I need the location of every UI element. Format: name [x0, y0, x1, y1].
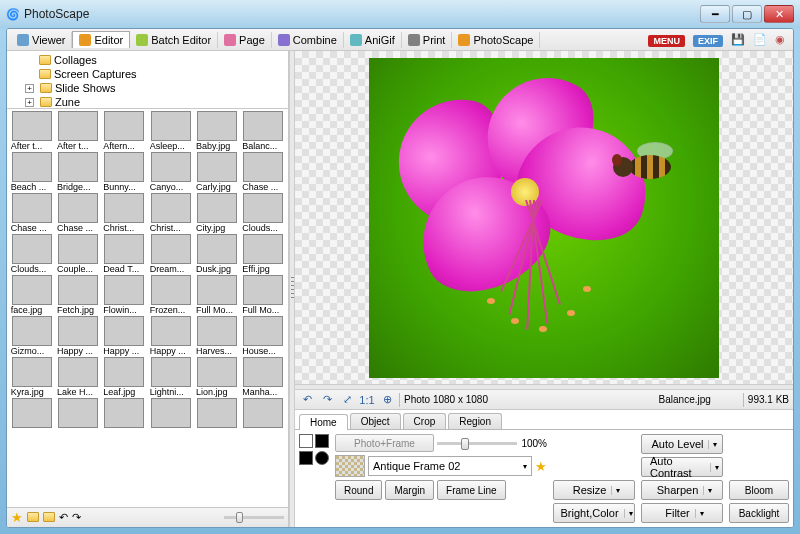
tree-node[interactable]: Screen Captures: [11, 67, 284, 81]
tree-node[interactable]: +Zune: [11, 95, 284, 109]
thumbnail[interactable]: Dead T...: [102, 234, 147, 274]
favorite-icon[interactable]: ★: [11, 510, 23, 525]
tab-page[interactable]: Page: [218, 32, 272, 48]
thumbnail[interactable]: Chase ...: [55, 193, 100, 233]
thumbnail[interactable]: Chase ...: [9, 193, 54, 233]
thumbnail[interactable]: Happy ...: [55, 316, 100, 356]
thumbnail[interactable]: [55, 398, 100, 428]
minimize-button[interactable]: ━: [700, 5, 730, 23]
help-icon[interactable]: ◉: [771, 31, 789, 48]
thumbnail[interactable]: Baby.jpg: [194, 111, 239, 151]
auto-contrast-button[interactable]: Auto Contrast▾: [641, 457, 723, 477]
thumbnail[interactable]: [148, 398, 193, 428]
nav-back-icon[interactable]: ↶: [59, 511, 68, 524]
backlight-button[interactable]: Backlight: [729, 503, 789, 523]
thumbnail[interactable]: [241, 398, 286, 428]
thumbnail[interactable]: Dusk.jpg: [194, 234, 239, 274]
thumbnail[interactable]: [9, 398, 54, 428]
tab-batch-editor[interactable]: Batch Editor: [130, 32, 218, 48]
thumbnail[interactable]: Manha...: [241, 357, 286, 397]
bright-color-button[interactable]: Bright,Color▾: [553, 503, 635, 523]
fit-icon[interactable]: ⤢: [339, 392, 355, 408]
thumbnail[interactable]: Bridge...: [55, 152, 100, 192]
swatch-black[interactable]: [315, 434, 329, 448]
thumbnail[interactable]: Clouds...: [241, 193, 286, 233]
folder-tree[interactable]: CollagesScreen Captures+Slide Shows+Zune: [7, 51, 288, 109]
exif-button[interactable]: EXIF: [689, 32, 727, 48]
thumbnail[interactable]: Full Mo...: [194, 275, 239, 315]
thumbnail[interactable]: Leaf.jpg: [102, 357, 147, 397]
thumbnail[interactable]: Beach ...: [9, 152, 54, 192]
thumbnail[interactable]: Balanc...: [241, 111, 286, 151]
folder-up-icon[interactable]: [27, 512, 39, 524]
thumbnail[interactable]: Lion.jpg: [194, 357, 239, 397]
thumbnail[interactable]: City.jpg: [194, 193, 239, 233]
zoom-slider[interactable]: 100%: [437, 438, 547, 449]
thumbnail[interactable]: Lake H...: [55, 357, 100, 397]
brush-square-icon[interactable]: [299, 451, 313, 465]
save-icon[interactable]: 💾: [727, 31, 749, 48]
tab-editor[interactable]: Editor: [72, 31, 130, 48]
thumbnail[interactable]: After t...: [55, 111, 100, 151]
expander-icon[interactable]: +: [25, 98, 34, 107]
tab-viewer[interactable]: Viewer: [11, 32, 72, 48]
thumbnail[interactable]: Bunny...: [102, 152, 147, 192]
thumbnail[interactable]: Full Mo...: [241, 275, 286, 315]
actual-size-icon[interactable]: 1:1: [359, 392, 375, 408]
margin-button[interactable]: Margin: [385, 480, 434, 500]
tab-print[interactable]: Print: [402, 32, 453, 48]
thumbnail[interactable]: After t...: [9, 111, 54, 151]
thumbnail[interactable]: Clouds...: [9, 234, 54, 274]
thumb-size-slider[interactable]: [224, 516, 284, 519]
edit-tab-crop[interactable]: Crop: [403, 413, 447, 429]
menu-button[interactable]: MENU: [644, 32, 689, 48]
bloom-button[interactable]: Bloom: [729, 480, 789, 500]
thumbnail[interactable]: Fetch.jpg: [55, 275, 100, 315]
close-button[interactable]: ✕: [764, 5, 794, 23]
undo-icon[interactable]: ↶: [299, 392, 315, 408]
tab-photoscape[interactable]: PhotoScape: [452, 32, 540, 48]
thumbnail[interactable]: Happy ...: [102, 316, 147, 356]
canvas[interactable]: [295, 51, 793, 384]
thumbnail[interactable]: Canyo...: [148, 152, 193, 192]
edit-tab-home[interactable]: Home: [299, 414, 348, 430]
thumbnail[interactable]: Christ...: [148, 193, 193, 233]
thumbnail[interactable]: Chase ...: [241, 152, 286, 192]
filter-button[interactable]: Filter▾: [641, 503, 723, 523]
thumbnail[interactable]: [194, 398, 239, 428]
settings-icon[interactable]: 📄: [749, 31, 771, 48]
thumbnail[interactable]: Christ...: [102, 193, 147, 233]
thumbnail[interactable]: Frozen...: [148, 275, 193, 315]
thumbnail[interactable]: Couple...: [55, 234, 100, 274]
thumbnail[interactable]: face.jpg: [9, 275, 54, 315]
thumbnail[interactable]: Aftern...: [102, 111, 147, 151]
thumbnail[interactable]: Carly.jpg: [194, 152, 239, 192]
thumbnail-browser[interactable]: After t...After t...Aftern...Asleep...Ba…: [7, 109, 288, 507]
edit-tab-region[interactable]: Region: [448, 413, 502, 429]
photo-frame-button[interactable]: Photo+Frame: [335, 434, 434, 452]
thumbnail[interactable]: Kyra.jpg: [9, 357, 54, 397]
thumbnail[interactable]: [102, 398, 147, 428]
frame-favorite-icon[interactable]: ★: [535, 459, 547, 474]
maximize-button[interactable]: ▢: [732, 5, 762, 23]
thumbnail[interactable]: Effi.jpg: [241, 234, 286, 274]
swatch-white[interactable]: [299, 434, 313, 448]
resize-button[interactable]: Resize▾: [553, 480, 635, 500]
sharpen-button[interactable]: Sharpen▾: [641, 480, 723, 500]
thumbnail[interactable]: Harves...: [194, 316, 239, 356]
frame-select[interactable]: Antique Frame 02 ▾: [368, 456, 532, 476]
thumbnail[interactable]: Happy ...: [148, 316, 193, 356]
brush-round-icon[interactable]: [315, 451, 329, 465]
tab-combine[interactable]: Combine: [272, 32, 344, 48]
tab-anigif[interactable]: AniGif: [344, 32, 402, 48]
thumbnail[interactable]: Flowin...: [102, 275, 147, 315]
folder-open-icon[interactable]: [43, 512, 55, 524]
thumbnail[interactable]: Dream...: [148, 234, 193, 274]
tree-node[interactable]: +Slide Shows: [11, 81, 284, 95]
thumbnail[interactable]: Lightni...: [148, 357, 193, 397]
thumbnail[interactable]: House...: [241, 316, 286, 356]
redo-icon[interactable]: ↷: [319, 392, 335, 408]
round-button[interactable]: Round: [335, 480, 382, 500]
edit-tab-object[interactable]: Object: [350, 413, 401, 429]
nav-fwd-icon[interactable]: ↷: [72, 511, 81, 524]
